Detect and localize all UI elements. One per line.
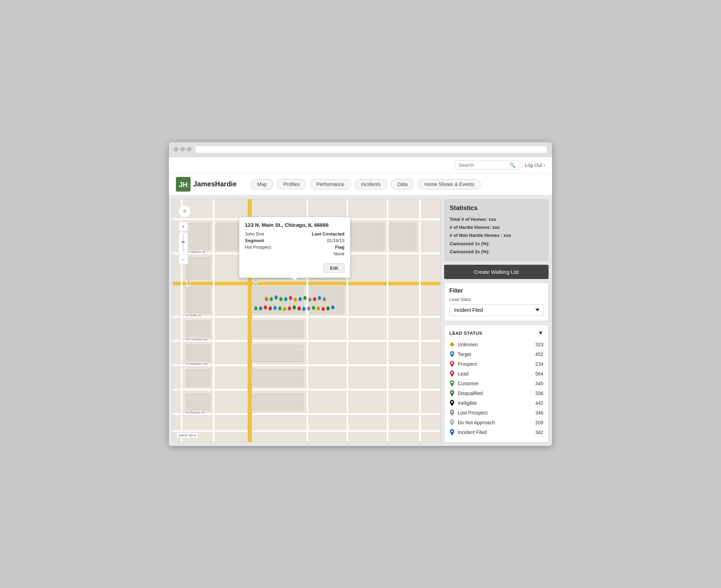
stat-line-2: # of Hardie Homes: xxx [450, 223, 543, 231]
map-block15 [253, 394, 304, 411]
svg-point-9 [451, 411, 453, 413]
zoom-out-button[interactable]: − [178, 255, 188, 265]
list-item: Target 452 [449, 349, 543, 359]
svg-point-3 [451, 353, 453, 354]
dot-yellow [180, 147, 185, 152]
ineligible-pin-icon [449, 400, 455, 407]
list-item: Ineligible 442 [449, 398, 543, 408]
status-do-not-approach-count: 209 [531, 420, 543, 425]
incident-filed-pin-icon [449, 429, 455, 436]
disqualified-pin-icon [449, 390, 455, 397]
statistics-title: Statistics [450, 204, 543, 212]
map-block12 [186, 369, 210, 386]
dot-red [174, 147, 178, 152]
street-v6 [419, 199, 421, 442]
statistics-box: Statistics Total # of Homes: xxx # of Ha… [444, 199, 549, 262]
statistics-content: Total # of Homes: xxx # of Hardie Homes:… [450, 215, 543, 256]
map-block14 [186, 394, 210, 411]
stat-line-1: Total # of Homes: xxx [450, 215, 543, 223]
main-content: N Southport Ave N Janssen Ave W Addison … [169, 195, 552, 446]
nav-data[interactable]: Data [391, 179, 414, 189]
status-incident-filed-count: 342 [531, 430, 543, 435]
nav-incidents[interactable]: Incidents [355, 179, 387, 189]
stat-line-4: Canvassed 1x (%): [450, 240, 543, 248]
status-unknown-label: Unknown [458, 342, 528, 347]
popup-last-contacted-label: Last Contacted [297, 231, 344, 237]
status-prospect-count: 234 [531, 361, 543, 367]
zoom-in-button[interactable]: + [178, 222, 188, 231]
create-walking-list-button[interactable]: Create Walking List [444, 265, 549, 279]
svg-text:JH: JH [179, 181, 188, 188]
map-block8 [186, 320, 210, 338]
nav-map[interactable]: Map [251, 179, 273, 189]
popup-info: John Doe Last Contacted Segment 01/19/13… [245, 231, 344, 256]
logout-button[interactable]: Log Out › [525, 162, 545, 168]
customer-pin-icon [449, 380, 455, 387]
logo-container: JH JamesHardie [176, 177, 237, 192]
filter-box: Filter Lead Stats All Incident Filed Hot… [444, 283, 549, 321]
logo-icon: JH [176, 177, 191, 192]
map-block11 [253, 345, 304, 362]
status-ineligible-label: Ineligible [458, 400, 528, 406]
do-not-approach-pin-icon [449, 419, 455, 426]
map-controls: ⊕ + − [178, 205, 191, 265]
svg-marker-2 [450, 342, 455, 347]
nav-home-shows[interactable]: Home Shows & Events [418, 179, 481, 189]
right-panel: Statistics Total # of Homes: xxx # of Ha… [444, 199, 549, 443]
lead-status-title: LEAD STATUS [449, 331, 482, 336]
map-block [349, 223, 384, 250]
nav-profiles[interactable]: Profiles [277, 179, 307, 189]
svg-point-4 [451, 362, 453, 364]
dot-green [187, 147, 192, 152]
popup-address: 123 N. Main St., Chicago, IL 66666 [245, 222, 344, 228]
status-unknown-count: 323 [531, 342, 543, 347]
status-lead-count: 564 [531, 371, 543, 377]
search-box[interactable]: 🔍 [455, 161, 519, 170]
status-disqualified-label: Disqualified [458, 390, 528, 396]
status-disqualified-count: 336 [531, 390, 543, 396]
popup-flag-value: None [297, 251, 344, 256]
map-block10 [186, 345, 210, 362]
popup-flag-label: Flag [297, 245, 344, 250]
status-target-label: Target [458, 351, 528, 357]
browser-window: 🔍 Log Out › JH JamesHardie Map Profiles … [169, 142, 552, 446]
popup-flag-empty [245, 251, 292, 256]
lead-pin-icon [449, 370, 455, 377]
list-item: Customer 345 [449, 379, 543, 388]
list-item: Disqualified 336 [449, 388, 543, 398]
map-block13 [253, 369, 304, 386]
map-block5 [186, 287, 210, 314]
map-container[interactable]: N Southport Ave N Janssen Ave W Addison … [172, 199, 441, 443]
filter-dropdown[interactable]: All Incident Filed Hot Prospect Customer… [449, 304, 543, 316]
popup-actions: Edit [245, 259, 344, 273]
lead-status-box: LEAD STATUS ▼ Unknown 323 Target [444, 325, 549, 442]
search-icon: 🔍 [510, 162, 515, 168]
map-block9 [253, 320, 304, 338]
popup-segment-label: Segment [245, 238, 292, 243]
lost-prospect-pin-icon [449, 409, 455, 416]
address-bar[interactable] [195, 146, 547, 153]
popup-name: John Doe [245, 231, 292, 237]
logo-text: JamesHardie [193, 180, 237, 188]
status-lost-prospect-count: 346 [531, 410, 543, 416]
lead-status-toggle[interactable]: ▼ [538, 330, 543, 336]
status-target-count: 452 [531, 351, 543, 357]
stat-line-3: # of Non Hardie Homes : xxx [450, 231, 543, 239]
stat-line-5: Canvassed 2x (%): [450, 248, 543, 256]
search-input[interactable] [459, 162, 507, 168]
list-item: Lost Prospect 346 [449, 408, 543, 418]
browser-chrome [169, 142, 552, 157]
street-v2 [213, 199, 215, 442]
svg-point-11 [451, 431, 453, 432]
popup-edit-button[interactable]: Edit [324, 263, 344, 273]
map-block [389, 223, 416, 250]
zoom-slider[interactable] [178, 233, 188, 254]
list-item: Prospect 234 [449, 359, 543, 369]
status-lead-label: Lead [458, 371, 528, 377]
filter-lead-stats-label: Lead Stats [449, 297, 543, 302]
compass-control[interactable]: ⊕ [178, 205, 191, 217]
nav-bar: JH JamesHardie Map Profiles Performance … [169, 173, 552, 195]
svg-point-10 [451, 421, 453, 423]
nav-performance[interactable]: Performance [310, 179, 351, 189]
pin-cluster-1 [250, 287, 384, 321]
